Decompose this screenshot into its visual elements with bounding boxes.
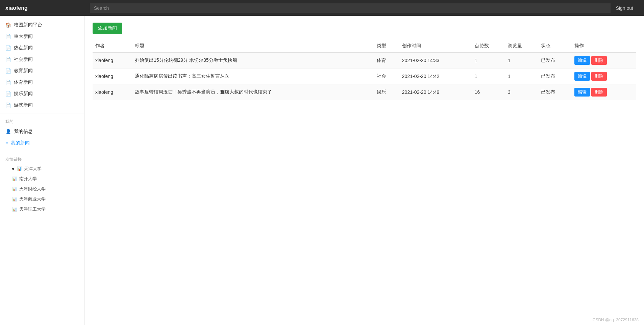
sidebar-item-label: 游戏新闻	[14, 102, 33, 108]
views-cell: 3	[505, 84, 538, 100]
sidebar-item-label: 体育新闻	[14, 79, 33, 85]
views-cell: 1	[505, 53, 538, 69]
col-header-浏览量: 浏览量	[505, 39, 538, 53]
link-label: 天津理工大学	[19, 206, 46, 212]
sidebar-link-tianjin-univ[interactable]: 📊天津大学	[0, 164, 84, 174]
status-cell: 已发布	[538, 53, 571, 69]
action-cell: 编辑删除	[572, 69, 636, 84]
title-cell: 故事反转结局没变！吴秀波不再当演员，雅痞大叔的时代也结束了	[132, 84, 374, 100]
sidebar-item-social[interactable]: 📄社会新闻	[0, 54, 84, 65]
sidebar-link-tianjin-finance[interactable]: 📊天津财经大学	[0, 184, 84, 194]
delete-button[interactable]: 删除	[591, 72, 607, 81]
major-icon: 📄	[5, 34, 11, 39]
sidebar-item-my-news[interactable]: ≡我的新闻	[0, 137, 84, 149]
sidebar-item-label: 我的信息	[14, 129, 33, 135]
link-label: 天津财经大学	[19, 186, 46, 192]
sidebar-item-label: 娱乐新闻	[14, 91, 33, 97]
layout: 🏠校园新闻平台📄重大新闻📄热点新闻📄社会新闻📄教育新闻📄体育新闻📄娱乐新闻📄游戏…	[0, 16, 644, 325]
bar-chart-icon: 📊	[12, 197, 17, 201]
games-icon: 📄	[5, 103, 11, 108]
bar-chart-icon: 📊	[12, 177, 17, 181]
app-logo: xiaofeng	[5, 5, 90, 11]
search-input[interactable]	[90, 3, 611, 13]
sidebar-divider-links	[0, 151, 84, 151]
footer-watermark: CSDN @qq_3072911638	[593, 318, 639, 322]
my-info-icon: 👤	[5, 129, 11, 134]
sidebar-item-major[interactable]: 📄重大新闻	[0, 31, 84, 42]
sidebar: 🏠校园新闻平台📄重大新闻📄热点新闻📄社会新闻📄教育新闻📄体育新闻📄娱乐新闻📄游戏…	[0, 16, 84, 325]
col-header-作者: 作者	[93, 39, 132, 53]
author-cell: xiaofeng	[93, 69, 132, 84]
links-section-title: 友情链接	[0, 153, 84, 164]
edit-button[interactable]: 编辑	[574, 88, 590, 97]
sidebar-item-label: 我的新闻	[11, 140, 30, 146]
hot-icon: 📄	[5, 45, 11, 51]
created-at-cell: 2021-02-20 14:42	[399, 69, 472, 84]
sidebar-link-tianjin-tech[interactable]: 📊天津理工大学	[0, 204, 84, 214]
link-label: 天津商业大学	[19, 196, 46, 202]
edit-button[interactable]: 编辑	[574, 56, 590, 65]
news-table: 作者标题类型创作时间点赞数浏览量状态操作 xiaofeng乔治复出15分伦纳德2…	[93, 39, 636, 100]
status-cell: 已发布	[538, 69, 571, 84]
bar-chart-icon: 📊	[12, 207, 17, 212]
views-cell: 1	[505, 69, 538, 84]
bar-chart-icon: 📊	[12, 187, 17, 191]
col-header-标题: 标题	[132, 39, 374, 53]
bar-chart-icon: 📊	[17, 166, 22, 171]
type-cell: 体育	[374, 53, 399, 69]
sidebar-item-label: 热点新闻	[14, 45, 33, 51]
title-cell: 通化隔离病房传出读书声：高三女生誓言从医	[132, 69, 374, 84]
main-content: 添加新闻 作者标题类型创作时间点赞数浏览量状态操作 xiaofeng乔治复出15…	[84, 16, 644, 325]
col-header-创作时间: 创作时间	[399, 39, 472, 53]
col-header-状态: 状态	[538, 39, 571, 53]
table-row: xiaofeng乔治复出15分伦纳德29分 米切尔35分爵士负快船体育2021-…	[93, 53, 636, 69]
social-icon: 📄	[5, 57, 11, 62]
bullet-icon	[12, 168, 14, 170]
author-cell: xiaofeng	[93, 53, 132, 69]
sidebar-item-campus[interactable]: 🏠校园新闻平台	[0, 19, 84, 31]
sidebar-item-label: 教育新闻	[14, 68, 33, 74]
type-cell: 社会	[374, 69, 399, 84]
col-header-操作: 操作	[572, 39, 636, 53]
type-cell: 娱乐	[374, 84, 399, 100]
edit-button[interactable]: 编辑	[574, 72, 590, 81]
col-header-类型: 类型	[374, 39, 399, 53]
sidebar-item-label: 社会新闻	[14, 56, 33, 62]
campus-icon: 🏠	[5, 22, 11, 28]
table-row: xiaofeng通化隔离病房传出读书声：高三女生誓言从医社会2021-02-20…	[93, 69, 636, 84]
action-cell: 编辑删除	[572, 53, 636, 69]
delete-button[interactable]: 删除	[591, 88, 607, 97]
my-section-title: 我的	[0, 115, 84, 126]
signout-button[interactable]: Sign out	[611, 5, 639, 11]
table-row: xiaofeng故事反转结局没变！吴秀波不再当演员，雅痞大叔的时代也结束了娱乐2…	[93, 84, 636, 100]
created-at-cell: 2021-02-20 14:33	[399, 53, 472, 69]
delete-button[interactable]: 删除	[591, 56, 607, 65]
sidebar-item-hot[interactable]: 📄热点新闻	[0, 42, 84, 54]
link-label: 南开大学	[19, 176, 37, 182]
sidebar-link-tianjin-commerce[interactable]: 📊天津商业大学	[0, 194, 84, 204]
entertainment-icon: 📄	[5, 91, 11, 97]
col-header-点赞数: 点赞数	[472, 39, 505, 53]
sidebar-item-label: 重大新闻	[14, 33, 33, 39]
likes-cell: 16	[472, 84, 505, 100]
sidebar-item-my-info[interactable]: 👤我的信息	[0, 126, 84, 137]
sports-icon: 📄	[5, 80, 11, 85]
status-cell: 已发布	[538, 84, 571, 100]
link-label: 天津大学	[24, 166, 42, 172]
my-news-icon: ≡	[5, 140, 8, 146]
title-cell: 乔治复出15分伦纳德29分 米切尔35分爵士负快船	[132, 53, 374, 69]
created-at-cell: 2021-02-20 14:49	[399, 84, 472, 100]
sidebar-item-games[interactable]: 📄游戏新闻	[0, 100, 84, 111]
education-icon: 📄	[5, 68, 11, 74]
sidebar-item-label: 校园新闻平台	[14, 22, 42, 28]
header: xiaofeng Sign out	[0, 0, 644, 16]
sidebar-divider-my	[0, 113, 84, 113]
sidebar-item-education[interactable]: 📄教育新闻	[0, 65, 84, 77]
sidebar-item-sports[interactable]: 📄体育新闻	[0, 77, 84, 88]
likes-cell: 1	[472, 53, 505, 69]
sidebar-item-entertainment[interactable]: 📄娱乐新闻	[0, 88, 84, 100]
likes-cell: 1	[472, 69, 505, 84]
sidebar-link-nankai-univ[interactable]: 📊南开大学	[0, 174, 84, 184]
add-news-button[interactable]: 添加新闻	[93, 23, 122, 34]
author-cell: xiaofeng	[93, 84, 132, 100]
